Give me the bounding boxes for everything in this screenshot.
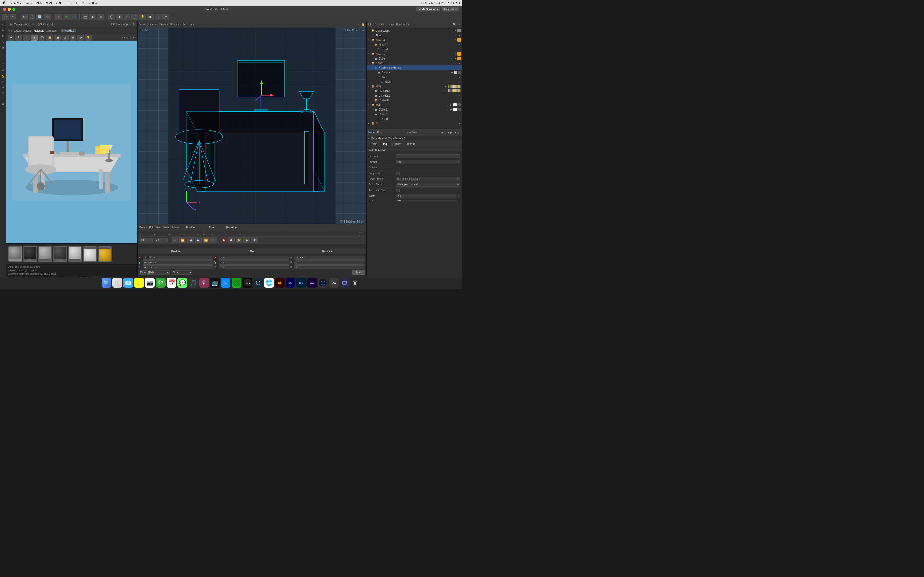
material-thumb-1[interactable]: OctGlos bbox=[23, 246, 37, 262]
minimize-button[interactable] bbox=[8, 8, 11, 11]
height-input[interactable]: 256 bbox=[396, 200, 456, 202]
snap-btn[interactable]: ⊞ bbox=[251, 237, 258, 243]
apple-menu[interactable]: ⌘ bbox=[2, 1, 6, 5]
mid-panel-menu[interactable]: Panel bbox=[189, 23, 195, 26]
height-stepper[interactable]: ⬆ bbox=[458, 200, 460, 201]
dock-photos[interactable]: 📷 bbox=[145, 278, 155, 288]
size-x-input[interactable]: 0 cm bbox=[219, 256, 289, 259]
tree-item-bend1[interactable]: ⤵ Bend ✓ bbox=[367, 47, 462, 52]
fullscreen-button[interactable] bbox=[12, 8, 16, 11]
pos-z-input[interactable]: -17.822 cm bbox=[143, 265, 213, 269]
sidebar-brush-icon[interactable]: 🖌 bbox=[0, 68, 6, 73]
pos-x-input[interactable]: 75.125 cm bbox=[143, 256, 213, 259]
record2-btn[interactable]: ⏺ bbox=[228, 237, 234, 243]
width-input[interactable]: 256 bbox=[396, 194, 456, 198]
dock-messages[interactable]: 💬 bbox=[178, 278, 187, 288]
sidebar-rotate-icon[interactable]: ↻ bbox=[0, 34, 6, 39]
dock-live[interactable]: Live bbox=[242, 278, 252, 288]
sidebar-scale-icon[interactable]: ⤡ bbox=[0, 39, 6, 44]
tree-item-clock[interactable]: ▾ 📦 시계 ✓ ▶ bbox=[367, 84, 462, 89]
sidebar-points-icon[interactable]: • bbox=[0, 50, 6, 56]
dock-notes[interactable]: 🗒 bbox=[134, 278, 144, 288]
viewer-box-btn[interactable]: ◼ bbox=[54, 34, 61, 41]
camera-button[interactable]: 📷 bbox=[82, 14, 89, 20]
viewer-lock-btn[interactable]: 🔒 bbox=[47, 34, 53, 41]
tl-edit[interactable]: Edit bbox=[149, 226, 153, 229]
menu-tools[interactable]: 도구 bbox=[66, 1, 72, 5]
layouts-select[interactable]: Layouts▾ bbox=[442, 7, 459, 11]
y-axis-button[interactable]: Y bbox=[63, 14, 69, 20]
viewer-sphere-btn[interactable]: ◯ bbox=[39, 34, 45, 41]
tree-item-cube3[interactable]: ◼ Cube.3 ✓ ▶ bbox=[367, 107, 462, 112]
material-thumb-0[interactable]: ● bbox=[8, 246, 22, 262]
hdr-tonemap-select[interactable]: HDR tonemap bbox=[111, 23, 128, 26]
pt-button[interactable]: PT bbox=[129, 23, 136, 26]
nav-file[interactable]: File bbox=[8, 29, 12, 32]
format-select[interactable]: PSD▾ bbox=[396, 160, 460, 164]
add-object-button[interactable]: ➕ bbox=[44, 14, 51, 20]
menu-edit[interactable]: 편집 bbox=[36, 1, 42, 5]
dock-appletv[interactable]: 📺 bbox=[210, 278, 220, 288]
dock-premiere[interactable]: Pr bbox=[286, 278, 296, 288]
viewer-reset-btn[interactable]: ⊕ bbox=[8, 34, 15, 41]
dock-illustrator[interactable]: Ai bbox=[275, 278, 284, 288]
viewer-shade-btn[interactable]: ◑ bbox=[78, 34, 84, 41]
nav-materials[interactable]: Materials bbox=[34, 29, 44, 32]
rot-p-input[interactable]: 0 ° bbox=[294, 260, 365, 264]
props-filter-icon[interactable]: ▼ bbox=[454, 131, 457, 134]
tree-item-cylinder2[interactable]: ⬟ Cylinder.2 ✓ ▶ bbox=[367, 93, 462, 98]
om-filter-btn[interactable]: ▼ bbox=[458, 23, 460, 26]
viewer-circle-btn[interactable]: ◎ bbox=[62, 34, 69, 41]
om-tags[interactable]: Tags bbox=[389, 23, 394, 26]
color-depth-select[interactable]: 8 bits per channel▾ bbox=[396, 183, 460, 187]
tab-details[interactable]: Details bbox=[404, 142, 418, 146]
dock-steam[interactable] bbox=[253, 278, 263, 288]
dock-aftereffects[interactable]: Ae bbox=[307, 278, 317, 288]
pos-y-input[interactable]: -16.767 cm bbox=[143, 260, 213, 264]
tl-create[interactable]: Create bbox=[139, 226, 147, 229]
viewer-mesh-btn[interactable]: ⊞ bbox=[69, 34, 76, 41]
om-file[interactable]: File bbox=[368, 23, 372, 26]
tab-basic[interactable]: Basic bbox=[368, 142, 380, 146]
tree-item-memo2-child[interactable]: 📦 메모지2 ✓ ▶ bbox=[367, 42, 462, 47]
key2-btn[interactable]: ◆ bbox=[243, 237, 250, 243]
mid-display-menu[interactable]: Display bbox=[159, 23, 168, 26]
go-end-btn[interactable]: ⏭ bbox=[210, 237, 217, 243]
dock-photoshop[interactable]: Ps bbox=[297, 278, 306, 288]
move-tool[interactable]: ⊕ bbox=[21, 14, 27, 20]
tl-select[interactable]: Select bbox=[163, 226, 170, 229]
sidebar-particle-icon[interactable]: ✦ bbox=[0, 90, 6, 95]
material-thumb-6[interactable] bbox=[98, 246, 112, 262]
dock-screenconnect[interactable] bbox=[340, 278, 350, 288]
viewport-expand-btn[interactable]: ⤢ bbox=[357, 23, 359, 26]
tree-item-memo2[interactable]: ▾ 📦 메모지2 ✓ ▶ bbox=[367, 38, 462, 42]
tree-item-book1[interactable]: ▾ 📦 책.1 ✓ ▶ bbox=[367, 103, 462, 107]
play-btn[interactable]: ▶ bbox=[195, 237, 202, 243]
sidebar-model-icon[interactable]: ▣ bbox=[0, 45, 6, 50]
tab-options[interactable]: Options bbox=[390, 142, 404, 146]
tree-item-book[interactable]: ▶ 📦 책 ✓ ▶ bbox=[367, 121, 462, 126]
menu-file[interactable]: 파일 bbox=[26, 1, 32, 5]
grid-button[interactable]: ⊞ bbox=[131, 14, 138, 20]
tree-item-bend2[interactable]: ⤵ Bend ✓ bbox=[367, 116, 462, 121]
x-axis-button[interactable]: X bbox=[55, 14, 62, 20]
dock-maps[interactable]: 🗺 bbox=[156, 278, 165, 288]
key-btn[interactable]: 🔑 bbox=[236, 237, 242, 243]
start-frame-input[interactable] bbox=[140, 238, 153, 242]
apply-button[interactable]: Apply bbox=[352, 270, 365, 275]
viewer-lines-btn[interactable]: ║ bbox=[23, 34, 30, 41]
tree-item-subdivision[interactable]: ◈ Subdivision Surface ✓ bbox=[367, 65, 462, 70]
mid-cameras-menu[interactable]: Cameras bbox=[147, 23, 158, 26]
filename-input[interactable]: … bbox=[396, 154, 460, 158]
play-reverse-btn[interactable]: ◀ bbox=[187, 237, 194, 243]
size-mode-select[interactable]: Size▾ bbox=[172, 271, 192, 275]
undo-button[interactable]: ↩ bbox=[2, 14, 9, 20]
material-thumb-3[interactable]: OctGlos bbox=[53, 246, 67, 262]
tree-item-tube[interactable]: ⬡ Tube ✓ ▶ bbox=[367, 75, 462, 79]
cube-primitive[interactable]: ◼ bbox=[116, 14, 123, 20]
tree-item-floor[interactable]: ▭ Floor ✓ ▶ bbox=[367, 33, 462, 38]
menu-help[interactable]: 도움말 bbox=[88, 1, 97, 5]
sidebar-sculpt-icon[interactable]: ◈ bbox=[0, 84, 6, 90]
playhead[interactable] bbox=[203, 231, 204, 236]
dock-launchpad[interactable]: ⊞ bbox=[112, 278, 122, 288]
